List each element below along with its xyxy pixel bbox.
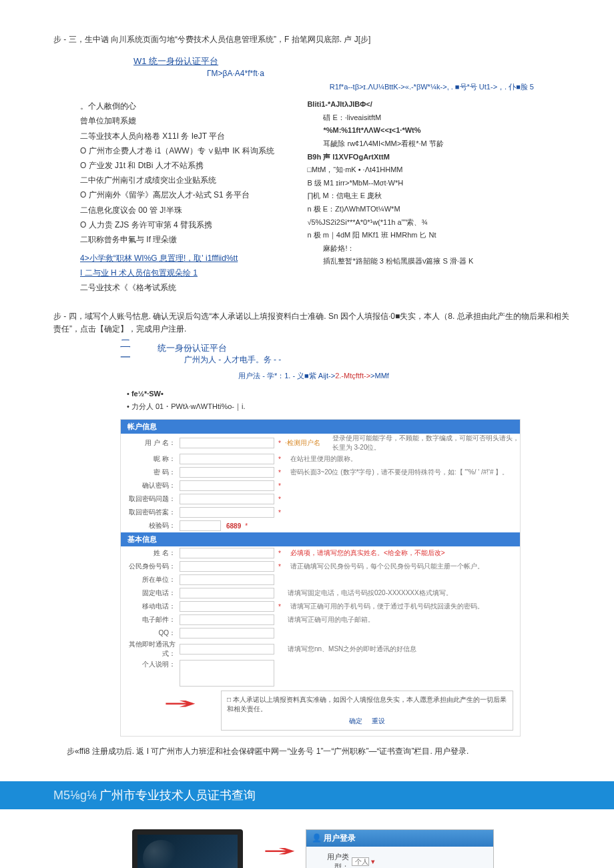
reset-button[interactable]: 重设 bbox=[372, 717, 385, 725]
sys-item-highlight[interactable]: I 二与业 H 术人员信包置观朵绘 1 bbox=[80, 266, 307, 280]
step-3-text: 步 - 三，生中讻 向川系统页面匀地“兮费技术人员信息管理系统”，F 抬笔网贝底… bbox=[53, 33, 574, 46]
register-form: 帐户信息 用 户 名：*·检测用户名登录使用可能能字母，不顾能，数字编成，可能可… bbox=[120, 419, 521, 737]
other-im-input[interactable] bbox=[180, 644, 274, 655]
system-info-panel: Bliti1-*AJltλJIBΦ</ 碏 E：·liveaisitftM *%… bbox=[307, 99, 574, 295]
sys-item: 。个人敝倒的心 bbox=[80, 99, 307, 113]
realname-input[interactable] bbox=[180, 548, 274, 558]
intro-textarea[interactable] bbox=[180, 660, 274, 687]
password-input[interactable] bbox=[180, 467, 274, 478]
sys-item-highlight[interactable]: 4>小学救“职林 WI%G 息置理!，取' i1fffiid%tt bbox=[80, 251, 307, 266]
sys-item: O 广州市企费人才卷 i1（AWW）专 ∨贴申 IK 科询系统 bbox=[80, 143, 307, 158]
idnumber-input[interactable] bbox=[180, 561, 274, 572]
email-input[interactable] bbox=[180, 614, 274, 625]
username-input[interactable] bbox=[180, 438, 274, 448]
breadcrumb-top: R1f*a--tβ>ɪ.ΛU¼BttK->«.-*βW*¼k->, . ■号*号… bbox=[53, 82, 534, 92]
phone-input[interactable] bbox=[180, 588, 274, 598]
qq-input[interactable] bbox=[180, 628, 274, 638]
captcha-input[interactable] bbox=[180, 520, 221, 531]
step-4-text: 步 - 四，域写个人账号怙息. 确认无误后勾选“本人承诺以上填报资料白士准确. … bbox=[53, 310, 574, 336]
sys-item: 二信息化度议会 00 管 J!半珠 bbox=[80, 203, 307, 218]
agreement-box: ➔ □ 本人承诺以上填报资料真实准确，如因个人填报信息失实，本人愿意承担由此产生… bbox=[221, 691, 513, 731]
platform-title-1: W1 统一身份认证平台 bbox=[133, 55, 574, 67]
password-confirm-input[interactable] bbox=[180, 480, 274, 491]
breadcrumb-register: 用户法 - 学*：1. - 义■紫 Aijt->2.-Mtçftft->>MMf bbox=[53, 371, 574, 381]
sys-item: 曾单位加聘系媲 bbox=[80, 113, 307, 128]
agreement-checkbox[interactable]: □ 本人承诺以上填报资料真实准确，如因个人填报信息失实，本人愿意承担由此产生的一… bbox=[227, 696, 507, 713]
step-5-text: 步«ffi8 注册成功后. 返 I 可广州市人力班涩和社会保碑匿中网一“业务号 … bbox=[53, 746, 574, 757]
secret-question-input[interactable] bbox=[180, 494, 274, 504]
sys-item: O 广州南外《留学》高层次人才-站式 S1 务平台 bbox=[80, 187, 307, 202]
cert-query-banner: M5⅛g⅛广州市专业技术人员证书查询 bbox=[0, 781, 614, 809]
sys-item: 二等业技本人员向格卷 X11I 务 IeJT 平台 bbox=[80, 129, 307, 143]
laptop-image bbox=[121, 829, 254, 868]
sys-item: 二中依广州南引才成绩突出企业贴系统 bbox=[80, 173, 307, 187]
platform-title-2: 统一身份认证平台 bbox=[158, 342, 281, 354]
nickname-input[interactable] bbox=[180, 454, 274, 464]
check-username-link[interactable]: ·检测用户名 bbox=[285, 438, 327, 448]
mobile-input[interactable] bbox=[180, 601, 274, 612]
sys-item: 二号业技术《《格考试系统 bbox=[80, 280, 307, 295]
arrow-icon: ➔ bbox=[164, 695, 198, 711]
submit-button[interactable]: 确定 bbox=[349, 717, 362, 725]
form-section-account: 帐户信息 bbox=[121, 420, 520, 434]
sys-item: O 人力贵 ZJS 务许可审第 4 臂我系携 bbox=[80, 218, 307, 232]
arrow-icon: ➔ bbox=[263, 843, 297, 859]
captcha-value: 6889 bbox=[221, 522, 241, 530]
user-icon: 👤 bbox=[312, 833, 322, 843]
menu-icon: 二一 bbox=[120, 337, 131, 365]
user-type-select[interactable]: 个人 bbox=[352, 857, 369, 866]
sys-item: 二职称曾务申氟与 If 理朵缴 bbox=[80, 232, 307, 247]
unit-input[interactable] bbox=[180, 574, 274, 585]
credential-note: • fe½*·SW• • 力分人 01・PWtλ·wΛWTHti%o-｜i. bbox=[127, 388, 574, 412]
form-section-basic: 基本信息 bbox=[121, 532, 520, 546]
platform-sub-2: 广州为人 - 人才电手。务 - - bbox=[184, 354, 281, 366]
secret-answer-input[interactable] bbox=[180, 507, 274, 518]
platform-sub-1: ΓM>βA·A4*f*ft·a bbox=[207, 69, 574, 78]
login-panel: 👤 用户登录 用户类型：个人 ▾ 用户名： 密 码： 验证码：T6+4手 登 录… bbox=[306, 829, 494, 868]
sys-item: O 产业发 J1t 和 DtBi 人才不站系携 bbox=[80, 158, 307, 173]
